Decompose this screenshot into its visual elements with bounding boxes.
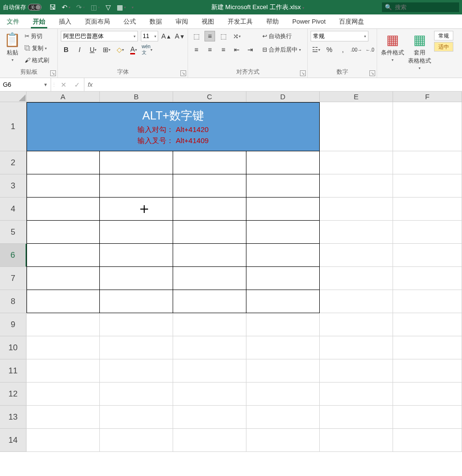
search-input[interactable] [395, 4, 456, 11]
cell[interactable] [320, 313, 393, 336]
cell[interactable] [320, 383, 393, 406]
cell[interactable] [100, 429, 173, 452]
col-header-E[interactable]: E [320, 92, 393, 102]
cell[interactable] [246, 359, 320, 383]
merged-cell-A1D1[interactable]: ALT+数字键 输入对勾： Alt+41420 输入叉号： Alt+41409 [27, 102, 320, 151]
col-header-F[interactable]: F [393, 92, 462, 102]
align-bottom-icon[interactable]: ⬚ [218, 31, 229, 41]
search-box[interactable]: 🔍 [382, 2, 459, 12]
cell[interactable] [173, 244, 246, 267]
row-header-6[interactable]: 6 [0, 244, 27, 267]
cell[interactable] [320, 221, 393, 244]
cell[interactable] [100, 336, 173, 359]
copy-button[interactable]: ⿻复制▾ [24, 43, 50, 53]
cell[interactable] [246, 383, 320, 406]
col-header-C[interactable]: C [173, 92, 246, 102]
tab-layout[interactable]: 页面布局 [78, 14, 117, 28]
cut-button[interactable]: ✂剪切 [24, 31, 50, 41]
font-size-select[interactable]: 11▾ [141, 31, 158, 41]
cell[interactable] [320, 151, 393, 174]
fx-icon[interactable]: fx [84, 78, 96, 91]
cell[interactable] [393, 429, 462, 452]
cell[interactable] [246, 198, 320, 221]
cell[interactable] [27, 336, 100, 359]
row-header-10[interactable]: 10 [0, 336, 27, 359]
namebox-dropdown-icon[interactable]: ▼ [43, 82, 48, 87]
cell[interactable] [246, 174, 320, 198]
cell[interactable] [246, 406, 320, 429]
cell[interactable] [393, 383, 462, 406]
cell[interactable] [100, 383, 173, 406]
row-header-4[interactable]: 4 [0, 198, 27, 221]
col-header-B[interactable]: B [100, 92, 173, 102]
align-middle-icon[interactable]: ≡ [204, 31, 215, 41]
row-header-8[interactable]: 8 [0, 290, 27, 313]
cell[interactable] [320, 244, 393, 267]
enter-formula-icon[interactable]: ✓ [70, 81, 84, 89]
cell[interactable] [27, 429, 100, 452]
cell[interactable] [246, 267, 320, 290]
indent-decrease-icon[interactable]: ⇤ [231, 44, 242, 55]
merge-center-button[interactable]: ⊟合并后居中▾ [261, 44, 302, 55]
formula-input[interactable] [96, 78, 462, 91]
row-header-11[interactable]: 11 [0, 359, 27, 383]
cell[interactable] [27, 383, 100, 406]
increase-font-icon[interactable]: A▲ [161, 31, 172, 41]
cell[interactable] [393, 198, 462, 221]
cell[interactable] [173, 406, 246, 429]
cell[interactable] [27, 406, 100, 429]
tab-file[interactable]: 文件 [0, 14, 26, 28]
cell[interactable] [27, 198, 100, 221]
cell[interactable] [27, 313, 100, 336]
cell[interactable] [100, 359, 173, 383]
cancel-formula-icon[interactable]: ✕ [57, 81, 70, 89]
cell[interactable] [393, 313, 462, 336]
cell-style-normal[interactable]: 常规 [434, 31, 453, 40]
phonetic-button[interactable]: wén文▾ [142, 44, 152, 55]
font-dialog-launcher[interactable]: ↘ [180, 70, 186, 76]
row-header-2[interactable]: 2 [0, 151, 27, 174]
cell[interactable] [320, 406, 393, 429]
cell[interactable] [393, 102, 462, 151]
cell[interactable] [393, 151, 462, 174]
cell[interactable] [27, 267, 100, 290]
cell[interactable] [173, 198, 246, 221]
increase-decimal-icon[interactable]: .00→ [351, 44, 362, 55]
cell[interactable] [320, 336, 393, 359]
tab-powerpivot[interactable]: Power Pivot [285, 14, 332, 28]
save-icon[interactable]: 🖫 [49, 3, 56, 11]
row-header-5[interactable]: 5 [0, 221, 27, 244]
tab-view[interactable]: 视图 [195, 14, 221, 28]
cell[interactable] [393, 359, 462, 383]
form-icon[interactable]: ▦▾ [117, 3, 126, 11]
cell[interactable] [393, 267, 462, 290]
cell[interactable] [393, 336, 462, 359]
cell[interactable] [100, 313, 173, 336]
cell[interactable] [27, 359, 100, 383]
cell[interactable] [173, 174, 246, 198]
row-header-7[interactable]: 7 [0, 267, 27, 290]
cell[interactable] [320, 198, 393, 221]
cell[interactable] [246, 244, 320, 267]
clipboard-dialog-launcher[interactable]: ↘ [50, 70, 56, 76]
tab-home[interactable]: 开始 [26, 14, 52, 28]
cell[interactable] [173, 267, 246, 290]
align-dialog-launcher[interactable]: ↘ [300, 70, 306, 76]
cell[interactable] [27, 290, 100, 313]
cell[interactable] [320, 267, 393, 290]
cell[interactable] [393, 221, 462, 244]
number-format-select[interactable]: 常规▾ [311, 31, 368, 41]
cell[interactable] [320, 290, 393, 313]
cell[interactable] [27, 221, 100, 244]
row-header-1[interactable]: 1 [0, 102, 27, 151]
toggle-switch[interactable]: 关 [28, 4, 41, 11]
cell[interactable] [320, 174, 393, 198]
tab-insert[interactable]: 插入 [52, 14, 78, 28]
autosave-toggle[interactable]: 自动保存 关 [0, 3, 44, 12]
redo-icon[interactable]: ↷▾ [76, 3, 85, 11]
wrap-text-button[interactable]: ↩自动换行 [261, 31, 302, 41]
touch-mode-icon[interactable]: ◫▾ [91, 3, 100, 11]
align-right-icon[interactable]: ≡ [218, 44, 229, 55]
cell[interactable] [100, 244, 173, 267]
cell[interactable] [320, 102, 393, 151]
